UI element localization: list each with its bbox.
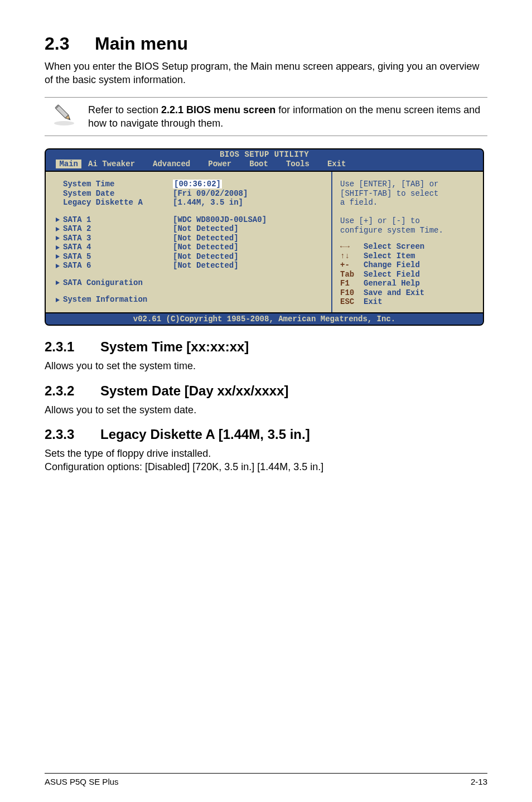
intro-paragraph: When you enter the BIOS Setup program, t… [45,60,487,87]
bios-row: SATA 2[Not Detected] [56,224,327,234]
bios-row-label: SATA 3 [56,234,173,243]
bios-tab-advanced: Advanced [146,160,201,169]
bios-copyright: v02.61 (C)Copyright 1985-2008, American … [46,312,483,325]
bios-row: System Date[Fri 09/02/2008] [56,189,327,199]
subsection-title: System Time [xx:xx:xx] [100,339,249,354]
bios-key-row: ←→ Select Screen [340,242,475,252]
bios-row: SATA Coniguration [56,278,327,288]
bios-row: SATA 3[Not Detected] [56,234,327,243]
footer-left: ASUS P5Q SE Plus [45,777,119,786]
section-heading: 2.3Main menu [45,33,487,54]
bios-value: [Not Detected] [173,234,239,243]
bios-value-selected: [00:36:02] [173,180,222,189]
bios-row: System Time[00:36:02] [56,180,327,189]
section-title-text: Main menu [95,33,188,54]
page-footer: ASUS P5Q SE Plus 2-13 [45,773,487,786]
note-box: Refer to section 2.2.1 BIOS menu screen … [45,97,487,137]
bios-value: [Not Detected] [173,224,239,233]
bios-tab-tools: Tools [279,160,321,169]
bios-value: [Fri 09/02/2008] [173,189,248,198]
subsection-number: 2.3.3 [45,427,100,442]
bios-value: [Not Detected] [173,261,239,270]
bios-main-panel: System Time[00:36:02]System Date[Fri 09/… [46,172,331,312]
bios-row-label: SATA 1 [56,215,173,225]
bios-value: [Not Detected] [173,252,239,261]
bios-row-label: SATA 2 [56,224,173,234]
bios-row-label: System Time [56,180,173,189]
bios-row-label: System Information [56,295,173,305]
bios-help-line: Use [ENTER], [TAB] or [340,180,475,189]
bios-row: SATA 4[Not Detected] [56,243,327,252]
bios-value: [1.44M, 3.5 in] [173,198,243,207]
bios-row-label: System Date [56,189,173,199]
bios-row: SATA 1[WDC WD800JD-00LSA0] [56,215,327,225]
bios-key-row: ↑↓ Select Item [340,252,475,261]
bios-help-line: configure system Time. [340,226,475,235]
bios-row: SATA 5[Not Detected] [56,252,327,262]
subsection-heading: 2.3.2System Date [Day xx/xx/xxxx] [45,383,487,399]
bios-tab-power: Power [201,160,243,169]
bios-row-label: SATA Coniguration [56,278,173,288]
bios-key-row: F1 General Help [340,279,475,288]
bios-row: Legacy Diskette A[1.44M, 3.5 in] [56,198,327,207]
bios-help-line: [SHIFT-TAB] to select [340,189,475,199]
subsection-title: Legacy Diskette A [1.44M, 3.5 in.] [100,427,310,442]
subsection-number: 2.3.1 [45,339,100,355]
subsection-body: Allows you to set the system time. [45,359,487,373]
subsection-body: Allows you to set the system date. [45,403,487,417]
bios-screenshot: BIOS SETUP UTILITY MainAi TweakerAdvance… [45,148,484,326]
subsection-heading: 2.3.1System Time [xx:xx:xx] [45,339,487,355]
bios-row-label: SATA 5 [56,252,173,262]
svg-point-0 [54,121,74,125]
subsection-heading: 2.3.3Legacy Diskette A [1.44M, 3.5 in.] [45,427,487,442]
subsection-title: System Date [Day xx/xx/xxxx] [100,383,289,398]
note-text: Refer to section 2.2.1 BIOS menu screen … [84,97,487,137]
bios-row: System Information [56,295,327,305]
bios-row-label: SATA 6 [56,261,173,270]
note-pre: Refer to section [88,104,161,115]
subsection-body: Sets the type of floppy drive installed.… [45,447,487,474]
bios-menubar: MainAi TweakerAdvancedPowerBootToolsExit [46,160,483,171]
bios-value: [Not Detected] [173,243,239,252]
bios-help-line: a field. [340,198,475,207]
bios-row-label: Legacy Diskette A [56,198,173,207]
subsection-number: 2.3.2 [45,383,100,399]
bios-key-row: Tab Select Field [340,270,475,279]
bios-help-line [340,207,475,217]
bios-help-line: Use [+] or [-] to [340,216,475,226]
bios-tab-exit: Exit [321,160,357,169]
bios-tab-main: Main [56,160,81,168]
bios-row-label: SATA 4 [56,243,173,252]
footer-right: 2-13 [471,777,487,786]
pencil-icon [45,98,84,130]
bios-tab-boot: Boot [243,160,279,169]
bios-key-legend: ←→ Select Screen↑↓ Select Item+- Change … [340,242,475,307]
bios-body: System Time[00:36:02]System Date[Fri 09/… [46,171,483,312]
bios-help-text: Use [ENTER], [TAB] or[SHIFT-TAB] to sele… [340,180,475,235]
bios-tab-ai tweaker: Ai Tweaker [81,160,146,169]
bios-row: SATA 6[Not Detected] [56,261,327,270]
bios-help-panel: Use [ENTER], [TAB] or[SHIFT-TAB] to sele… [331,172,483,312]
bios-titlebar: BIOS SETUP UTILITY [46,149,483,160]
note-bold: 2.2.1 BIOS menu screen [161,104,275,115]
bios-key-row: ESC Exit [340,297,475,307]
section-number: 2.3 [45,33,95,54]
bios-value: [WDC WD800JD-00LSA0] [173,215,267,224]
bios-key-row: +- Change Field [340,260,475,270]
bios-key-row: F10 Save and Exit [340,288,475,298]
